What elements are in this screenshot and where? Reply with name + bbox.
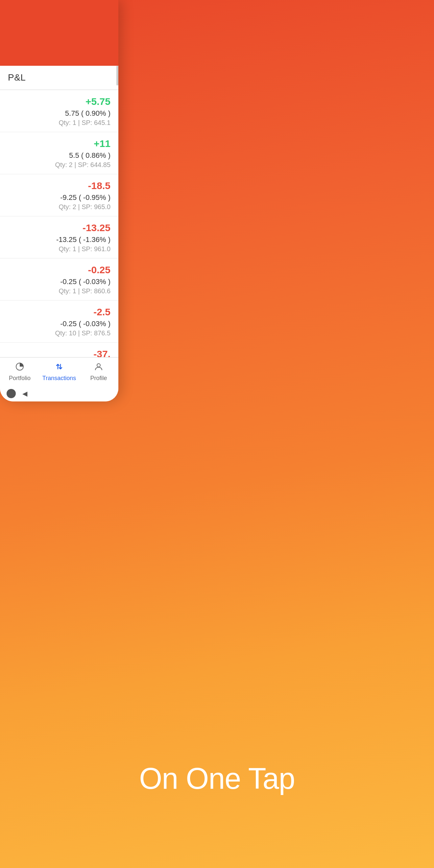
pl-value: -2.5 bbox=[8, 306, 111, 318]
pl-item[interactable]: -13.25 -13.25 ( -1.36% ) Qty: 1 | SP: 96… bbox=[0, 216, 118, 258]
pl-change: 5.5 ( 0.86% ) bbox=[8, 151, 111, 160]
pl-item[interactable]: +5.75 5.75 ( 0.90% ) Qty: 1 | SP: 645.1 bbox=[0, 90, 118, 132]
pl-details: Qty: 1 | SP: 961.0 bbox=[8, 245, 111, 253]
system-circle-icon[interactable] bbox=[7, 389, 16, 398]
pl-value: -0.25 bbox=[8, 265, 111, 276]
pl-change: -9.25 ( -0.95% ) bbox=[8, 193, 111, 202]
pl-change: -0.25 ( -0.03% ) bbox=[8, 319, 111, 328]
pl-value: +5.75 bbox=[8, 96, 111, 107]
pl-tab-header: P&L bbox=[0, 66, 118, 90]
pl-details: Qty: 1 | SP: 645.1 bbox=[8, 119, 111, 127]
svg-point-3 bbox=[97, 364, 100, 367]
nav-item-portfolio[interactable]: Portfolio bbox=[0, 362, 39, 382]
pl-item-partial: -37. bbox=[0, 343, 118, 358]
phone-mockup: P&L +5.75 5.75 ( 0.90% ) Qty: 1 | SP: 64… bbox=[0, 0, 118, 401]
transactions-label: Transactions bbox=[42, 375, 76, 382]
pl-details: Qty: 1 | SP: 860.6 bbox=[8, 287, 111, 295]
portfolio-label: Portfolio bbox=[9, 375, 31, 382]
transactions-icon bbox=[55, 362, 63, 373]
system-bar: ◀ bbox=[0, 386, 118, 401]
pl-value-partial: -37. bbox=[8, 348, 111, 358]
pl-list: +5.75 5.75 ( 0.90% ) Qty: 1 | SP: 645.1 … bbox=[0, 90, 118, 358]
pl-details: Qty: 10 | SP: 876.5 bbox=[8, 330, 111, 337]
pl-change: 5.75 ( 0.90% ) bbox=[8, 109, 111, 118]
bottom-nav: Portfolio Transactions Pro bbox=[0, 358, 118, 386]
tagline-text: On One Tap bbox=[139, 762, 295, 795]
nav-item-transactions[interactable]: Transactions bbox=[39, 362, 79, 382]
pl-item[interactable]: +11 5.5 ( 0.86% ) Qty: 2 | SP: 644.85 bbox=[0, 132, 118, 174]
back-button[interactable]: ◀ bbox=[22, 390, 27, 398]
pl-item[interactable]: -0.25 -0.25 ( -0.03% ) Qty: 1 | SP: 860.… bbox=[0, 258, 118, 301]
pl-change: -13.25 ( -1.36% ) bbox=[8, 236, 111, 244]
pl-tab-label: P&L bbox=[8, 72, 26, 83]
pl-change: -0.25 ( -0.03% ) bbox=[8, 278, 111, 286]
portfolio-icon bbox=[16, 362, 24, 373]
pl-item[interactable]: -2.5 -0.25 ( -0.03% ) Qty: 10 | SP: 876.… bbox=[0, 301, 118, 343]
nav-item-profile[interactable]: Profile bbox=[79, 362, 118, 382]
profile-label: Profile bbox=[90, 375, 107, 382]
pl-value: -13.25 bbox=[8, 222, 111, 234]
pl-details: Qty: 2 | SP: 644.85 bbox=[8, 161, 111, 169]
pl-details: Qty: 2 | SP: 965.0 bbox=[8, 203, 111, 211]
tagline-container: On One Tap bbox=[0, 762, 434, 796]
pl-value: +11 bbox=[8, 138, 111, 149]
pl-item[interactable]: -18.5 -9.25 ( -0.95% ) Qty: 2 | SP: 965.… bbox=[0, 174, 118, 216]
phone-top-area bbox=[0, 0, 118, 66]
pl-value: -18.5 bbox=[8, 180, 111, 191]
profile-icon bbox=[94, 362, 103, 373]
scroll-indicator[interactable] bbox=[116, 66, 118, 86]
